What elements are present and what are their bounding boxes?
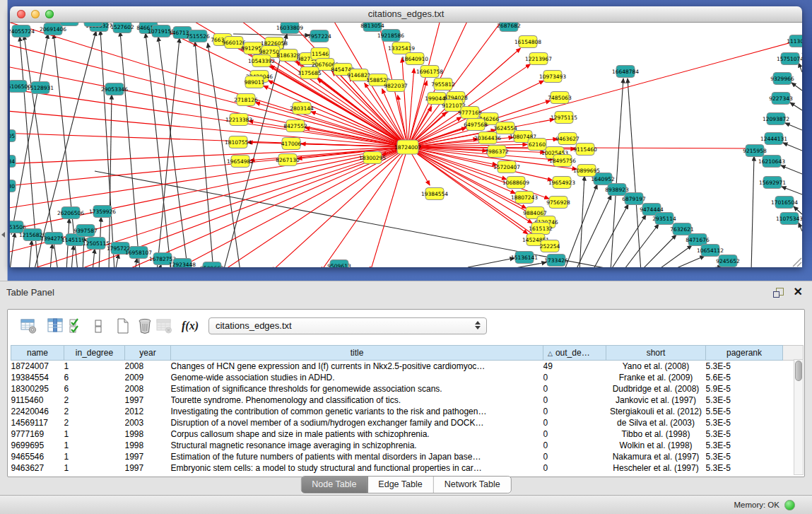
graph-node-label: 252254 <box>540 243 560 250</box>
delete-table-icon[interactable] <box>156 317 173 334</box>
column-header-out-de-[interactable]: △out_de… <box>543 346 606 361</box>
cell-out_de…: 0 <box>543 417 606 428</box>
column-header-name[interactable]: name <box>11 346 64 361</box>
graph-edge[interactable] <box>799 223 802 231</box>
graph-edge[interactable] <box>782 187 802 194</box>
graph-node-label: 3624554 <box>493 125 517 132</box>
column-header-short[interactable]: short <box>606 346 706 361</box>
close-window-icon[interactable] <box>17 10 25 18</box>
unselect-all-icon[interactable] <box>94 317 102 334</box>
cell-title: Changes of HCN gene expression and I(f) … <box>171 361 543 373</box>
graph-edge[interactable] <box>222 147 408 267</box>
table-select-dropdown[interactable]: citations_edges.txt <box>208 317 487 334</box>
cell-title: Structural magnetic resonance image aver… <box>171 440 543 451</box>
close-panel-icon[interactable]: ✕ <box>794 286 803 298</box>
table-row[interactable]: 1872400712008Changes of HCN gene express… <box>11 361 804 373</box>
graph-edge[interactable] <box>10 42 408 147</box>
graph-node-label: 1733426 <box>544 257 568 264</box>
window-resize-grip[interactable] <box>797 262 801 267</box>
table-row[interactable]: 1456911722003Disruption of a novel membe… <box>11 417 804 428</box>
column-header-year[interactable]: year <box>125 346 171 361</box>
graph-edge[interactable] <box>10 233 15 267</box>
select-all-icon[interactable] <box>69 317 83 334</box>
tab-node-table[interactable]: Node Table <box>301 477 367 493</box>
graph-edge[interactable] <box>123 147 408 267</box>
table-row[interactable]: 911546021997Tourette syndrome. Phenomeno… <box>11 395 804 406</box>
cell-year: 1997 <box>125 462 171 474</box>
graph-edge[interactable] <box>623 224 659 267</box>
graph-node[interactable] <box>60 23 78 26</box>
column-header-title[interactable]: title <box>171 346 543 361</box>
graph-edge[interactable] <box>24 147 408 267</box>
table-row[interactable]: 1938455462009Genome-wide association stu… <box>11 372 804 383</box>
tab-edge-table[interactable]: Edge Table <box>367 477 433 493</box>
table-toolbar: f(x) citations_edges.txt <box>8 310 804 342</box>
function-builder-icon[interactable]: f(x) <box>182 320 199 332</box>
scrollbar-thumb[interactable] <box>795 361 802 381</box>
graph-node-label: 9397587 <box>73 228 98 234</box>
graph-node-label: 16648784 <box>612 69 639 75</box>
table-row[interactable]: 946554611997Estimation of the future num… <box>11 451 804 462</box>
graph-edge[interactable] <box>611 78 623 267</box>
float-panel-icon[interactable] <box>773 288 784 298</box>
graph-node-label: 12213383 <box>225 117 252 123</box>
minimize-window-icon[interactable] <box>31 10 40 18</box>
graph-edge[interactable] <box>146 33 171 267</box>
table-row[interactable]: 977716911998Corpus callosum shape and si… <box>11 428 804 440</box>
graph-node-label: 7955812 <box>431 81 455 88</box>
table-row[interactable]: 946362711997Embryonic stem cells: a mode… <box>11 462 804 474</box>
table-row[interactable]: 1830029562008Estimation of significance … <box>11 383 804 395</box>
graph-edge[interactable] <box>100 30 114 267</box>
show-columns-icon[interactable] <box>47 317 64 334</box>
graph-edge[interactable] <box>781 165 802 174</box>
graph-edge[interactable] <box>792 83 802 90</box>
graph-edge[interactable] <box>751 156 754 267</box>
graph-node-label: 10654112 <box>697 247 724 254</box>
graph-edge[interactable] <box>669 256 705 267</box>
column-header-in-degree[interactable]: in_degree <box>64 346 125 361</box>
window-controls <box>17 10 54 18</box>
table-vertical-scrollbar[interactable] <box>794 359 804 475</box>
graph-edge[interactable] <box>628 78 641 267</box>
graph-edge[interactable] <box>10 88 408 147</box>
graph-edge[interactable] <box>686 267 722 267</box>
column-header-pagerank[interactable]: pagerank <box>706 346 783 361</box>
graph-edge[interactable] <box>158 37 188 267</box>
graph-edge[interactable] <box>783 143 802 151</box>
graph-edge[interactable] <box>233 34 310 35</box>
network-window-titlebar[interactable]: citations_edges.txt <box>10 6 802 23</box>
table-mode-icon[interactable] <box>20 317 37 334</box>
cell-name: 9777169 <box>11 428 64 440</box>
graph-edge[interactable] <box>408 37 802 147</box>
graph-edge[interactable] <box>799 63 802 72</box>
graph-node-label: 7485063 <box>548 95 572 101</box>
graph-edge[interactable] <box>321 147 408 267</box>
table-row[interactable]: 2242004622012Investigating the contribut… <box>11 406 804 417</box>
window-resize-grip[interactable] <box>793 258 801 267</box>
graph-node-label: 10899695 <box>573 168 600 174</box>
new-column-icon[interactable] <box>115 317 131 334</box>
cell-name: 9699695 <box>11 440 64 451</box>
graph-edge[interactable] <box>370 147 408 267</box>
delete-column-icon[interactable] <box>136 317 153 334</box>
graph-node-label: 6879197 <box>622 196 646 202</box>
graph-edge[interactable] <box>592 204 628 267</box>
graph-edge[interactable] <box>640 235 676 267</box>
split-pane-collapse-icon[interactable] <box>1 232 5 238</box>
graph-node-label: 29053346 <box>101 86 128 93</box>
graph-edge[interactable] <box>790 103 802 110</box>
tab-network-table[interactable]: Network Table <box>434 477 511 493</box>
graph-edge[interactable] <box>29 240 32 267</box>
graph-node-label: 2803144 <box>290 105 314 112</box>
graph-edge[interactable] <box>408 23 505 147</box>
graph-edge[interactable] <box>10 147 408 209</box>
graph-edge[interactable] <box>120 32 140 267</box>
network-view-canvas[interactable]: 2405572420691406106553271527602846616010… <box>10 23 802 267</box>
table-row[interactable]: 969969511998Structural magnetic resonanc… <box>11 440 804 451</box>
graph-edge[interactable] <box>468 258 514 267</box>
graph-edge[interactable] <box>785 123 802 130</box>
graph-edge[interactable] <box>50 244 52 267</box>
graph-edge[interactable] <box>10 23 408 147</box>
zoom-window-icon[interactable] <box>45 10 54 18</box>
graph-edge[interactable] <box>10 147 408 164</box>
